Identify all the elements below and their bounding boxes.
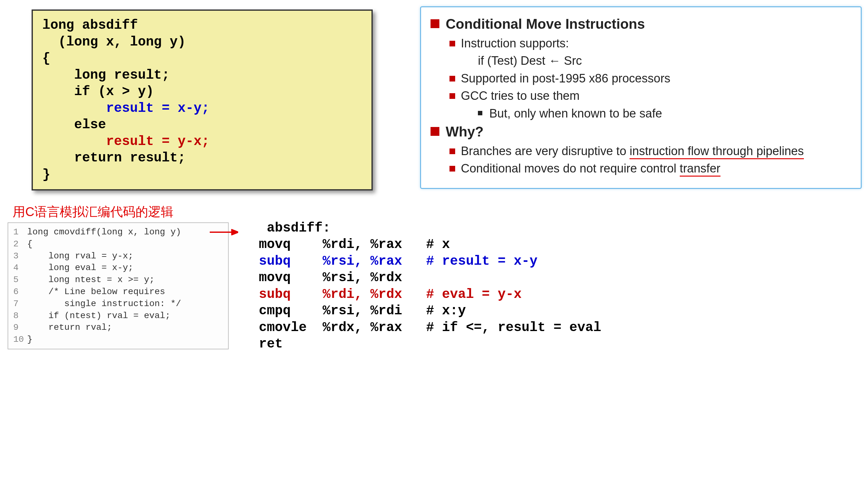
cmov-line: 6 /* Line below requires xyxy=(13,286,223,298)
info-panel: Conditional Move Instructions Instructio… xyxy=(420,6,862,189)
cmov-line: 8 if (ntest) rval = eval; xyxy=(13,310,223,322)
info-bullet: Branches are very disruptive to instruct… xyxy=(449,143,851,159)
asm-line: cmovle %rdx, %rax # if <=, result = eval xyxy=(235,320,601,335)
cmov-column: 用C语言模拟汇编代码的逻辑 1long cmovdiff(long x, lon… xyxy=(6,203,229,349)
svg-marker-1 xyxy=(232,230,238,235)
line-number: 2 xyxy=(13,238,27,250)
annotation-text: 用C语言模拟汇编代码的逻辑 xyxy=(13,203,229,221)
code-line: } xyxy=(42,167,50,182)
asm-block: absdiff: movq %rdi, %rax # x subq %rsi, … xyxy=(235,203,601,353)
cmov-line: 4 long eval = x-y; xyxy=(13,262,223,274)
line-code: } xyxy=(27,333,33,345)
slide-bottom-row: 用C语言模拟汇编代码的逻辑 1long cmovdiff(long x, lon… xyxy=(6,203,862,353)
asm-label: absdiff: xyxy=(267,221,331,236)
cmov-line: 2{ xyxy=(13,238,223,250)
info-bullet: Supported in post-1995 x86 processors xyxy=(449,71,851,86)
code-line: long absdiff xyxy=(42,18,138,33)
info-bullet: Conditional moves do not require control… xyxy=(449,161,851,176)
left-column: long absdiff (long x, long y) { long res… xyxy=(6,6,401,200)
info-title-2: Why? xyxy=(430,124,851,140)
line-code: long cmovdiff(long x, long y) xyxy=(27,226,181,238)
line-code: single instruction: */ xyxy=(27,298,181,310)
line-number: 4 xyxy=(13,262,27,274)
cmov-line: 9 return rval; xyxy=(13,322,223,333)
info-subtext: if (Test) Dest ← Src xyxy=(478,53,851,68)
bullet-text-underlined: transfer xyxy=(680,162,720,177)
code-line: (long x, long y) xyxy=(42,34,186,50)
asm-line: movq %rdi, %rax # x xyxy=(235,237,450,252)
code-line: long result; xyxy=(42,67,170,83)
code-line-blue: result = x-y; xyxy=(42,101,210,116)
bullet-text: Conditional moves do not require control xyxy=(461,162,680,175)
cmov-line: 1long cmovdiff(long x, long y) xyxy=(13,226,223,238)
line-code: long ntest = x >= y; xyxy=(27,274,154,286)
cmov-code-box: 1long cmovdiff(long x, long y)2{3 long r… xyxy=(8,222,229,349)
right-column: Conditional Move Instructions Instructio… xyxy=(420,6,862,189)
bullet-text-underlined: instruction flow through pipelines xyxy=(630,145,804,159)
info-title-1: Conditional Move Instructions xyxy=(430,16,851,32)
bullet-text: Branches are very disruptive to xyxy=(461,145,630,158)
code-line: { xyxy=(42,51,50,66)
code-line: if (x > y) xyxy=(42,84,154,99)
info-bullet: Instruction supports: xyxy=(449,36,851,51)
line-code: long eval = x-y; xyxy=(27,262,133,274)
line-code: if (ntest) rval = eval; xyxy=(27,310,171,322)
line-number: 9 xyxy=(13,322,27,333)
slide-top-row: long absdiff (long x, long y) { long res… xyxy=(6,6,862,200)
cmov-line: 3 long rval = y-x; xyxy=(13,250,223,262)
c-code-box: long absdiff (long x, long y) { long res… xyxy=(32,10,373,191)
asm-line-red: subq %rdi, %rdx # eval = y-x xyxy=(235,287,522,302)
line-code: return rval; xyxy=(27,322,112,333)
info-bullet: GCC tries to use them xyxy=(449,88,851,104)
line-number: 5 xyxy=(13,274,27,286)
line-code: long rval = y-x; xyxy=(27,250,133,262)
line-number: 7 xyxy=(13,298,27,310)
code-line-red: result = y-x; xyxy=(42,134,210,149)
cmov-line: 5 long ntest = x >= y; xyxy=(13,274,223,286)
asm-line: ret xyxy=(235,337,283,352)
asm-line: cmpq %rsi, %rdi # x:y xyxy=(235,303,466,318)
arrow-icon xyxy=(210,229,238,235)
asm-line-blue: subq %rsi, %rax # result = x-y xyxy=(235,254,538,269)
line-number: 10 xyxy=(13,333,27,345)
line-code: /* Line below requires xyxy=(27,286,165,298)
c-code: long absdiff (long x, long y) { long res… xyxy=(42,17,362,183)
info-sub-bullet: But, only when known to be safe xyxy=(478,106,851,121)
line-number: 8 xyxy=(13,310,27,322)
line-code: { xyxy=(27,238,33,250)
asm-line: movq %rsi, %rdx xyxy=(235,270,402,285)
cmov-line: 10} xyxy=(13,333,223,345)
line-number: 6 xyxy=(13,286,27,298)
code-line: return result; xyxy=(42,150,186,166)
code-line: else xyxy=(42,117,106,132)
cmov-line: 7 single instruction: */ xyxy=(13,298,223,310)
line-number: 3 xyxy=(13,250,27,262)
line-number: 1 xyxy=(13,226,27,238)
